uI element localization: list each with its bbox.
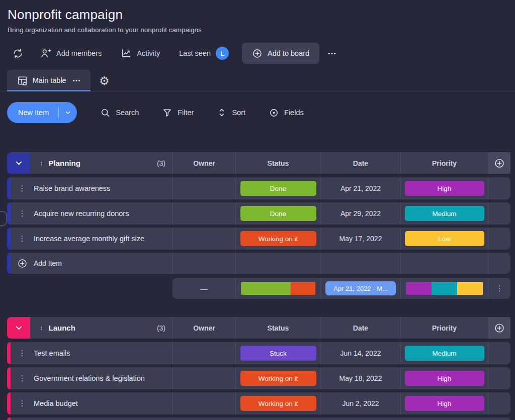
sync-icon[interactable] [12,48,24,59]
board-subtitle[interactable]: Bring organization and collaboration to … [8,26,515,34]
status-chip[interactable]: Done [240,181,316,196]
partial-next-row [7,417,510,420]
column-header-status[interactable]: Status [235,317,320,339]
date-range-chip[interactable]: Apr 21, 2022 - M... [325,281,396,295]
priority-chip[interactable]: Low [405,231,484,246]
row-menu-icon[interactable]: ⋮ [11,399,34,408]
new-item-button[interactable]: New Item [7,102,77,123]
summary-menu-icon[interactable]: ⋮ [496,284,503,293]
add-column-button[interactable] [488,152,510,174]
add-members-button[interactable]: Add members [40,48,102,59]
status-chip[interactable]: Working on it [240,396,316,411]
date-value: Apr 21, 2022 [340,184,381,192]
filter-button[interactable]: Filter [162,108,194,118]
table-row[interactable]: ⋮ Increase average monthly gift size Wor… [7,228,510,250]
status-dist-segment[interactable] [291,282,316,295]
side-panel-handle[interactable] [0,211,7,226]
row-menu-icon[interactable]: ⋮ [11,209,34,218]
item-name[interactable]: Media budget [34,399,78,407]
chevron-down-icon[interactable] [59,102,77,123]
priority-dist-segment[interactable] [457,282,483,295]
board-more-menu-icon[interactable]: ••• [328,50,337,56]
group-summary-row: — Apr 21, 2022 - M... ⋮ [173,278,510,299]
status-dist-segment[interactable] [241,282,291,295]
table-row[interactable]: ⋮ Test emails Stuck Jun 14, 2022 Medium [7,342,510,364]
date-cell[interactable]: Apr 21, 2022 [320,177,400,199]
column-header-priority[interactable]: Priority [400,317,488,339]
add-item-row[interactable]: Add Item [7,253,510,274]
plus-circle-icon [252,48,263,59]
priority-chip[interactable]: High [405,181,484,196]
tab-main-table-label: Main table [33,76,66,84]
sort-button[interactable]: Sort [217,108,245,118]
active-tab-underline [7,90,91,91]
date-cell[interactable]: May 18, 2022 [320,367,400,389]
date-cell[interactable]: Jun 2, 2022 [320,392,400,414]
row-menu-icon[interactable]: ⋮ [11,374,34,383]
table-row[interactable]: ⋮ Raise brand awareness Done Apr 21, 202… [7,177,510,199]
group-name[interactable]: Launch [49,324,75,332]
drag-handle-icon[interactable]: ↕ [40,324,43,332]
column-header-date[interactable]: Date [320,317,400,339]
group-color-strip [7,367,11,389]
add-column-button[interactable] [488,317,510,339]
add-to-board-button[interactable]: Add to board [242,43,319,64]
owner-cell[interactable] [173,202,235,225]
status-distribution-bar[interactable] [241,282,316,295]
owner-cell[interactable] [173,228,235,250]
status-cell: Working on it [235,228,320,250]
table-row[interactable]: ⋮ Acquire new recurring donors Done Apr … [7,202,510,225]
owner-cell[interactable] [173,392,235,414]
collapse-group-button[interactable] [7,152,30,174]
row-menu-icon[interactable]: ⋮ [11,349,34,358]
status-chip[interactable]: Done [240,206,316,221]
group-name-cell: ↕ Launch (3) [30,317,173,339]
status-chip[interactable]: Stuck [240,346,316,361]
gear-icon[interactable]: ⚙ [99,75,110,87]
status-chip[interactable]: Working on it [240,371,316,386]
drag-handle-icon[interactable]: ↕ [40,159,43,167]
tab-menu-icon[interactable]: ••• [73,78,81,83]
group-name[interactable]: Planning [49,159,80,167]
owner-cell[interactable] [173,367,235,389]
search-button[interactable]: Search [100,108,139,118]
board-title[interactable]: Nonprofit campaign [8,7,515,23]
owner-cell[interactable] [173,177,235,199]
column-header-date[interactable]: Date [320,152,400,174]
date-cell[interactable]: Apr 29, 2022 [320,202,400,225]
priority-chip[interactable]: High [405,371,484,386]
item-name[interactable]: Raise brand awareness [34,184,110,192]
priority-cell: Low [400,228,488,250]
column-header-priority[interactable]: Priority [400,152,488,174]
date-cell[interactable]: Jun 14, 2022 [320,342,400,364]
group-color-strip [7,202,11,225]
column-header-status[interactable]: Status [235,152,320,174]
priority-distribution-bar[interactable] [406,282,483,295]
priority-chip[interactable]: Medium [405,206,484,221]
item-name[interactable]: Test emails [34,349,70,357]
item-name[interactable]: Acquire new recurring donors [34,209,129,218]
empty-cell [400,253,488,274]
fields-button[interactable]: Fields [269,108,304,118]
item-name[interactable]: Government relations & legislation [34,374,145,382]
column-header-owner[interactable]: Owner [173,152,235,174]
status-chip[interactable]: Working on it [240,231,316,246]
date-cell[interactable]: May 17, 2022 [320,228,400,250]
last-seen-avatar[interactable]: L [216,47,229,60]
row-menu-icon[interactable]: ⋮ [11,234,34,243]
priority-chip[interactable]: High [405,396,484,411]
priority-chip[interactable]: Medium [405,346,484,361]
owner-cell[interactable] [173,342,235,364]
row-menu-icon[interactable]: ⋮ [11,184,34,193]
collapse-group-button[interactable] [7,317,30,339]
tab-main-table[interactable]: Main table ••• [7,70,91,91]
table-row[interactable]: ⋮ Government relations & legislation Wor… [7,367,510,389]
empty-add-cell [488,202,510,225]
priority-dist-segment[interactable] [406,282,432,295]
activity-button[interactable]: Activity [121,48,160,59]
column-header-owner[interactable]: Owner [173,317,235,339]
table-row[interactable]: ⋮ Media budget Working on it Jun 2, 2022… [7,392,510,414]
add-to-board-label: Add to board [268,49,309,57]
item-name[interactable]: Increase average monthly gift size [34,235,144,243]
priority-dist-segment[interactable] [432,282,457,295]
